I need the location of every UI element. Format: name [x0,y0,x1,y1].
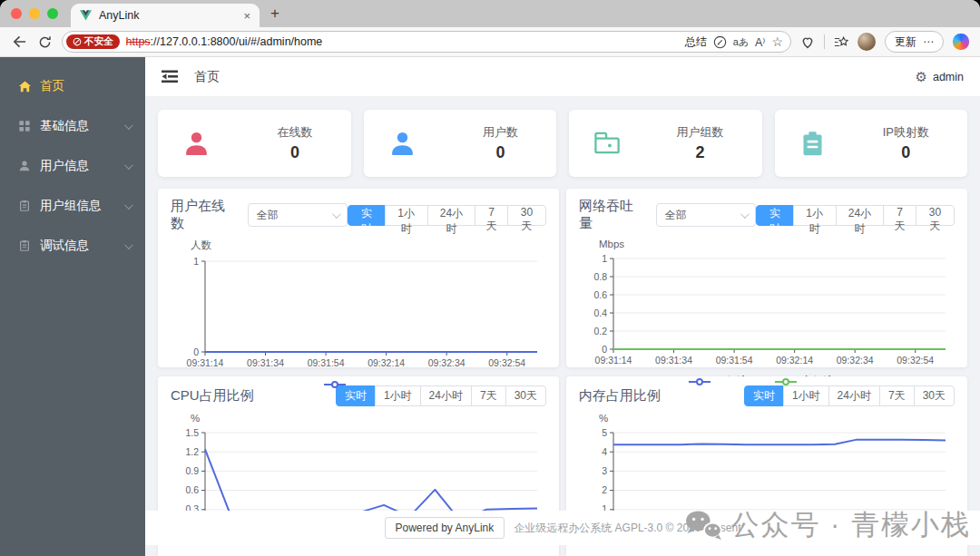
select-value: 全部 [257,208,279,223]
reload-icon[interactable] [36,34,53,50]
range-button-1小时[interactable]: 1小时 [783,385,829,406]
main-area: 首页 ⚙ admin 在线数 0 [145,57,980,556]
stat-card-users: 用户数 0 [364,110,557,177]
pen-circle-icon[interactable] [713,35,727,49]
user-icon [387,129,417,159]
group-filter-select[interactable]: 全部 [656,203,757,227]
favorite-star-icon[interactable]: ☆ [771,34,783,49]
watermark: 公众号 · 青檬小栈 [684,506,971,544]
sidebar-item-user-info[interactable]: 用户信息 [0,146,145,186]
range-button-实时[interactable]: 实时 [744,385,784,406]
new-tab-button[interactable]: + [270,5,279,23]
translate-icon[interactable]: aあ [733,35,749,49]
chart-throughput: 网络吞吐量 全部 实时1小时24小时7天30天 Mbps 00.20.40.60… [566,189,967,367]
url-text[interactable]: https://127.0.0.1:8800/ui/#/admin/home [126,35,679,48]
svg-text:0.9: 0.9 [185,465,199,476]
copilot-icon[interactable] [953,34,969,50]
range-button-7天[interactable]: 7天 [475,205,508,226]
range-button-30天[interactable]: 30天 [914,385,955,406]
read-aloud-icon[interactable]: A⁾ [755,35,765,49]
chart-title: CPU占用比例 [171,387,254,405]
svg-text:09:32:54: 09:32:54 [897,355,934,366]
profile-avatar[interactable] [858,33,876,51]
legend-marker [689,377,710,386]
address-bar[interactable]: 不安全 https://127.0.0.1:8800/ui/#/admin/ho… [62,31,791,53]
gear-icon[interactable]: ⚙ [916,69,927,85]
range-button-30天[interactable]: 30天 [505,385,546,406]
range-button-24小时[interactable]: 24小时 [828,385,880,406]
svg-text:4: 4 [602,446,607,457]
time-range-group: 实时1小时24小时7天30天 [744,385,955,406]
stats-row: 在线数 0 用户数 0 [158,110,967,177]
svg-text:09:31:34: 09:31:34 [655,355,692,366]
chart-title: 用户在线数 [171,198,235,232]
user-icon [181,129,211,159]
svg-text:09:32:54: 09:32:54 [488,357,525,368]
minimize-window-button[interactable] [29,8,40,19]
range-button-实时[interactable]: 实时 [756,205,794,226]
stat-label: 用户数 [483,124,518,141]
svg-text:09:31:54: 09:31:54 [716,355,753,366]
range-button-1小时[interactable]: 1小时 [375,385,421,406]
svg-text:1.5: 1.5 [185,427,199,438]
sidebar-item-home[interactable]: 首页 [0,66,145,106]
tab-close-icon[interactable]: × [243,9,250,23]
y-axis-unit: % [191,413,546,424]
range-button-实时[interactable]: 实时 [348,205,386,226]
summarize-button[interactable]: 总结 [685,34,707,50]
stat-value: 2 [677,143,724,162]
svg-text:1.2: 1.2 [185,446,199,457]
svg-text:09:31:34: 09:31:34 [247,357,284,368]
time-range-group: 实时1小时24小时7天30天 [348,205,546,226]
stat-label: 在线数 [278,124,313,141]
chevron-down-icon [332,210,341,219]
range-button-7天[interactable]: 7天 [883,205,916,226]
range-button-1小时[interactable]: 1小时 [793,205,837,226]
svg-text:09:32:14: 09:32:14 [776,355,813,366]
range-button-24小时[interactable]: 24小时 [836,205,885,226]
chart-online-users: 用户在线数 全部 实时1小时24小时7天30天 人数 0109:31:1409:… [158,189,559,367]
range-button-1小时[interactable]: 1小时 [385,205,428,226]
close-window-button[interactable] [11,8,22,19]
svg-text:0.6: 0.6 [593,289,607,300]
url-rest: ://127.0.0.1:8800/ui/#/admin/home [151,35,323,48]
range-button-30天[interactable]: 30天 [916,205,955,226]
collapse-menu-icon[interactable] [162,70,178,83]
browser-essentials-icon[interactable] [800,35,815,49]
security-badge[interactable]: 不安全 [66,34,120,49]
svg-text:2: 2 [602,484,607,495]
maximize-window-button[interactable] [47,8,58,19]
chevron-down-icon [740,210,750,219]
svg-text:0.8: 0.8 [593,271,607,282]
svg-text:0.6: 0.6 [185,484,199,495]
range-button-7天[interactable]: 7天 [471,385,506,406]
powered-by-link[interactable]: Powered by AnyLink [385,517,505,539]
favorites-bar-icon[interactable] [834,35,848,49]
legend-marker [775,377,797,386]
stat-card-groups: 用户组数 2 [569,110,762,177]
range-button-7天[interactable]: 7天 [879,385,915,406]
chevron-down-icon [124,161,133,170]
sidebar-item-basic-info[interactable]: 基础信息 [0,106,145,146]
prohibited-icon [73,37,82,46]
update-button[interactable]: 更新 ⋯ [885,31,944,53]
back-icon[interactable] [11,34,27,50]
svg-text:1: 1 [602,253,607,264]
browser-tab[interactable]: AnyLink × [71,4,260,27]
sidebar-item-group-info[interactable]: 用户组信息 [0,186,145,226]
username[interactable]: admin [933,71,964,83]
user-icon [18,160,32,173]
range-button-24小时[interactable]: 24小时 [427,205,476,226]
y-axis-unit: Mbps [599,239,955,249]
range-button-24小时[interactable]: 24小时 [420,385,472,406]
sidebar-item-debug-info[interactable]: 调试信息 [0,226,145,266]
svg-text:09:31:14: 09:31:14 [187,357,224,368]
tab-strip: AnyLink × + [0,0,980,27]
browser-window: AnyLink × + 不安全 https://127.0.0.1:8800/u… [0,0,980,556]
svg-text:0.4: 0.4 [593,307,607,318]
stat-label: IP映射数 [883,124,929,141]
svg-text:3: 3 [602,465,607,476]
more-menu-icon[interactable]: ⋯ [923,35,934,48]
group-filter-select[interactable]: 全部 [248,203,348,227]
range-button-30天[interactable]: 30天 [507,205,546,226]
